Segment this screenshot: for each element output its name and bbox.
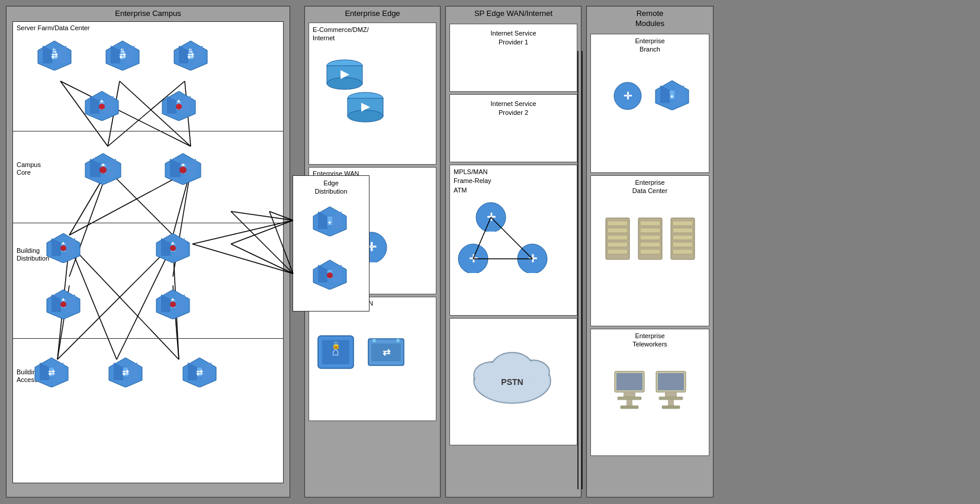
svg-rect-194 [659,397,683,400]
access-sw-3: ⇄ [182,357,217,387]
svg-rect-174 [640,221,660,226]
rm-branch-section: EnterpriseBranch ✛ ✦ [590,34,709,173]
svg-text:✦: ✦ [176,98,181,104]
edge-sw-1: ✦ [312,206,348,236]
svg-point-110 [327,272,333,278]
zone-building-access: BuildingAccess ⇄ ⇄ ⇄ [13,339,283,461]
svg-text:✦: ✦ [171,240,175,246]
sp-isp1-section: Internet ServiceProvider 1 [449,24,577,92]
svg-text:⇄: ⇄ [196,368,203,377]
rm-datacenter-label: EnterpriseData Center [591,176,709,198]
workstation-1 [612,368,647,410]
svg-text:🔒: 🔒 [332,341,340,349]
bdist-sw-2: ✦ [155,232,191,263]
switch-2: ⇄⇅ [105,40,140,70]
svg-text:✦: ✦ [101,162,105,168]
svg-text:✦: ✦ [327,220,332,226]
rm-teleworkers-label: EnterpriseTeleworkers [591,329,709,351]
bdist-sw-1: ✦ [46,232,81,263]
svg-text:✛: ✛ [624,91,632,102]
enterprise-edge-title: Enterprise Edge [305,7,440,20]
svg-rect-183 [673,242,693,247]
svg-rect-182 [673,235,693,240]
sp-edge-panel: SP Edge WAN/Internet Internet ServicePro… [445,6,581,497]
svg-rect-186 [616,373,642,390]
enterprise-campus-title: Enterprise Campus [7,7,290,20]
mlsw-1: ✦ [84,90,120,121]
svg-rect-177 [640,242,660,247]
svg-rect-188 [618,397,641,400]
remote-modules-title: RemoteModules [587,7,713,31]
svg-text:⇅: ⇅ [188,48,193,54]
branch-devices: ✛ ✦ [591,79,709,110]
switch-1: ⇄⇅ [37,40,72,70]
svg-rect-187 [624,392,635,397]
svg-text:▶: ▶ [340,68,350,80]
sp-isp2-section: Internet ServiceProvider 2 [449,94,577,162]
svg-rect-171 [608,242,628,247]
svg-text:✛: ✛ [487,211,496,223]
svg-text:⇅: ⇅ [120,48,125,54]
ee-ecommerce-title: E-Commerce/DMZ/Internet [309,23,436,45]
rm-datacenter-section: EnterpriseData Center [590,175,709,326]
svg-text:⇅: ⇅ [52,48,57,54]
svg-rect-184 [673,249,693,254]
svg-rect-180 [673,221,693,226]
svg-rect-196 [662,406,680,409]
sp-mpls-section: MPLS/MANFrame-RelayATM ✛ ✛ ✛ [449,165,577,316]
server-rack-1 [603,215,632,262]
svg-rect-195 [668,400,674,406]
firewall-icon: ⌂ 🔒 [315,333,356,371]
router-ecomm-1: ▶ [324,59,365,94]
svg-rect-181 [673,228,693,233]
mpls-label: MPLS/MANFrame-RelayATM [450,165,577,197]
enterprise-campus-panel: Enterprise Campus [6,6,290,497]
mlsw-2: ✦ [161,90,197,121]
svg-text:⇄: ⇄ [48,368,55,377]
svg-text:✦: ✦ [670,94,674,99]
svg-point-48 [176,104,182,110]
svg-rect-178 [640,249,660,254]
server-rack-2 [635,215,665,262]
access-sw-1: ⇄ [34,357,69,387]
svg-rect-176 [640,235,660,240]
branch-switch: ✦ [654,79,690,110]
zone-building-dist: BuildingDistribution ✦ ✦ ✦ ✦ [13,223,283,339]
server-farm-label: Server Farm/Data Center [17,24,89,32]
svg-text:✛: ✛ [469,253,478,265]
rm-teleworkers-section: EnterpriseTeleworkers [590,329,709,456]
svg-text:✦: ✦ [99,98,104,104]
svg-text:✦: ✦ [181,162,185,168]
svg-text:PSTN: PSTN [501,377,523,387]
isp1-label: Internet ServiceProvider 1 [450,24,577,52]
svg-text:✦: ✦ [61,240,66,246]
switch-3: ⇄⇅ [173,40,208,70]
svg-rect-170 [608,235,628,240]
zone-campus-core: CampusCore ✦ ✦ [13,131,283,223]
svg-rect-168 [608,221,628,226]
teleworker-devices [591,368,709,410]
svg-text:✛: ✛ [528,253,537,265]
main-layout: Enterprise Campus [0,0,980,504]
svg-rect-192 [658,373,684,390]
svg-text:▶: ▶ [361,101,371,113]
building-dist-label: BuildingDistribution [17,247,49,262]
mpls-router-1: ✛ [474,201,508,232]
campus-core-label: CampusCore [17,161,41,176]
mpls-router-2: ✛ [456,242,490,273]
pstn-cloud: PSTN [468,342,557,407]
workstation-2 [653,368,689,410]
svg-text:✦: ✦ [171,297,175,303]
server-rack-3 [668,215,698,262]
svg-rect-193 [665,392,677,397]
svg-rect-189 [626,400,632,406]
svg-rect-169 [608,228,628,233]
sp-pstn-section: PSTN [449,318,577,445]
svg-rect-172 [608,249,628,254]
bdist-sw-3: ✦ [46,288,81,319]
svg-rect-175 [640,228,660,233]
mpls-router-3: ✛ [515,242,550,273]
edge-sw-2 [312,259,348,290]
campus-inner: Server Farm/Data Center ⇄⇅ ⇄⇅ ⇄⇅ ✦ ✦ [12,21,284,483]
sp-edge-title: SP Edge WAN/Internet [446,7,581,21]
